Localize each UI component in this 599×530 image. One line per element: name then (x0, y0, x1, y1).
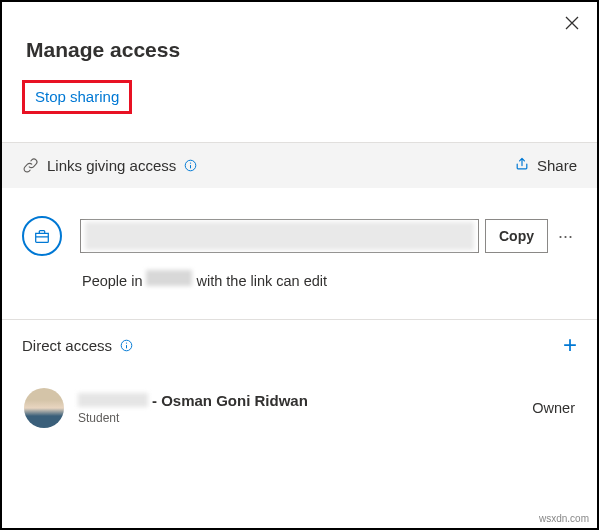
user-role: Student (78, 411, 308, 425)
share-icon (514, 156, 530, 175)
close-button[interactable] (565, 14, 579, 35)
share-button[interactable]: Share (514, 156, 577, 175)
copy-button[interactable]: Copy (485, 219, 548, 253)
stop-sharing-highlight: Stop sharing (22, 80, 132, 114)
watermark: wsxdn.com (539, 513, 589, 524)
user-name: - Osman Goni Ridwan (78, 392, 308, 409)
add-direct-access-button[interactable]: + (563, 333, 577, 357)
direct-access-label: Direct access (22, 337, 112, 354)
avatar (24, 388, 64, 428)
share-link-field[interactable] (80, 219, 479, 253)
more-icon: ··· (558, 226, 573, 246)
info-icon[interactable] (120, 339, 133, 352)
svg-point-1 (190, 162, 191, 163)
scope-icon-circle (22, 216, 62, 256)
redacted-org (146, 270, 192, 286)
svg-point-3 (126, 342, 127, 343)
user-row: - Osman Goni Ridwan Student Owner (2, 370, 597, 446)
dialog-title: Manage access (2, 2, 597, 80)
links-giving-access-header: Links giving access Share (2, 142, 597, 188)
direct-access-header: Direct access + (2, 319, 597, 370)
share-label: Share (537, 157, 577, 174)
close-icon (565, 16, 579, 30)
link-item: Copy ··· (2, 188, 597, 266)
info-icon[interactable] (184, 159, 197, 172)
permission-label: Owner (532, 400, 575, 416)
plus-icon: + (563, 331, 577, 358)
links-section-label: Links giving access (47, 157, 176, 174)
link-more-button[interactable]: ··· (554, 226, 577, 247)
redacted-first-name (78, 393, 148, 407)
stop-sharing-link[interactable]: Stop sharing (35, 88, 119, 105)
link-description: People in with the link can edit (82, 270, 597, 289)
briefcase-icon (33, 227, 51, 245)
link-icon (22, 157, 39, 174)
